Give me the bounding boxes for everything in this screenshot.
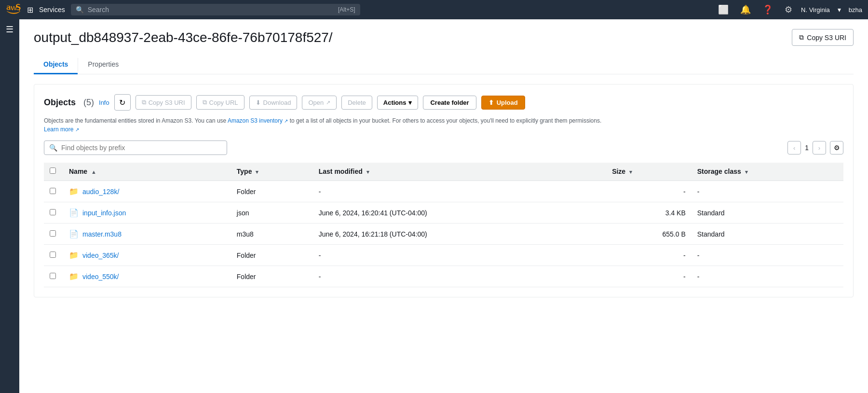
row-size-cell: - (606, 245, 692, 266)
row-checkbox[interactable] (50, 252, 56, 258)
row-type-cell: Folder (231, 266, 313, 287)
help-icon[interactable]: ❓ (762, 4, 773, 15)
actions-button[interactable]: Actions ▾ (377, 96, 419, 110)
refresh-button[interactable]: ↻ (114, 94, 131, 111)
sort-type-icon: ▾ (256, 169, 258, 175)
copy-icon: ⧉ (799, 33, 804, 42)
row-name-link[interactable]: audio_128k/ (82, 188, 119, 196)
copy-s3-icon: ⧉ (142, 98, 146, 106)
create-folder-button[interactable]: Create folder (423, 96, 476, 110)
row-name-cell: 📄master.m3u8 (63, 224, 231, 245)
row-last-modified-cell: - (313, 245, 606, 266)
objects-panel: Objects (5) Info ↻ ⧉ Copy S3 URI ⧉ Copy … (34, 84, 854, 297)
terminal-icon[interactable]: ⬜ (718, 4, 729, 15)
settings-icon[interactable]: ⚙ (785, 4, 792, 15)
sort-modified-icon: ▾ (366, 169, 369, 175)
row-type-cell: m3u8 (231, 224, 313, 245)
table-row: 📁audio_128k/Folder--- (44, 181, 843, 202)
pagination: ‹ 1 › ⚙ (787, 141, 843, 154)
search-row: 🔍 ‹ 1 › ⚙ (44, 140, 843, 155)
copy-s3-uri-button[interactable]: ⧉ Copy S3 URI (136, 95, 191, 110)
sidebar-toggle[interactable]: ☰ (6, 24, 14, 35)
search-container: 🔍 (44, 140, 227, 155)
row-checkbox[interactable] (50, 230, 56, 237)
col-header-size[interactable]: Size ▾ (606, 163, 692, 181)
refresh-icon: ↻ (119, 98, 125, 107)
download-button[interactable]: ⬇ Download (249, 96, 298, 110)
row-checkbox-cell (44, 202, 63, 224)
row-last-modified-cell: June 6, 2024, 16:20:41 (UTC-04:00) (313, 202, 606, 224)
global-search-bar: 🔍 [Alt+S] (71, 4, 360, 15)
sort-storage-icon: ▾ (745, 169, 748, 175)
download-icon: ⬇ (256, 99, 261, 106)
sort-size-icon: ▾ (629, 169, 632, 175)
search-icon: 🔍 (76, 6, 84, 14)
open-button[interactable]: Open ↗ (302, 96, 337, 110)
objects-table: Name ▲ Type ▾ Last modified ▾ Size (44, 163, 843, 287)
select-all-checkbox[interactable] (50, 168, 56, 174)
col-header-last-modified[interactable]: Last modified ▾ (313, 163, 606, 181)
open-external-icon: ↗ (326, 99, 330, 106)
row-name-cell: 📄input_info.json (63, 202, 231, 224)
region-selector[interactable]: N. Virginia (801, 6, 830, 14)
objects-count: (5) (83, 98, 94, 108)
sort-name-icon: ▲ (91, 169, 96, 175)
row-name-link[interactable]: video_365k/ (82, 252, 119, 259)
external-link-icon: ↗ (284, 118, 288, 124)
col-header-name[interactable]: Name ▲ (63, 163, 231, 181)
col-header-type[interactable]: Type ▾ (231, 163, 313, 181)
row-storage-class-cell: - (692, 266, 843, 287)
search-icon: 🔍 (49, 144, 57, 152)
table-body: 📁audio_128k/Folder---📄input_info.jsonjso… (44, 181, 843, 287)
row-checkbox[interactable] (50, 209, 56, 215)
aws-logo[interactable] (6, 2, 21, 17)
info-text: Objects are the fundamental entities sto… (44, 116, 843, 134)
row-name-link[interactable]: master.m3u8 (82, 230, 122, 238)
search-input[interactable] (61, 144, 222, 152)
grid-icon[interactable]: ⊞ (27, 5, 33, 14)
table-settings-button[interactable]: ⚙ (830, 141, 843, 154)
table-row: 📁video_550k/Folder--- (44, 266, 843, 287)
row-name-cell: 📁video_365k/ (63, 245, 231, 266)
row-storage-class-cell: - (692, 245, 843, 266)
row-checkbox-cell (44, 181, 63, 202)
delete-button[interactable]: Delete (341, 96, 372, 110)
search-input[interactable] (88, 6, 334, 14)
row-name-link[interactable]: video_550k/ (82, 273, 119, 281)
row-size-cell: - (606, 181, 692, 202)
tab-properties[interactable]: Properties (78, 56, 128, 74)
next-page-button[interactable]: › (813, 141, 826, 154)
row-type-cell: json (231, 202, 313, 224)
row-storage-class-cell: Standard (692, 202, 843, 224)
actions-dropdown-icon: ▾ (408, 99, 412, 106)
tab-objects[interactable]: Objects (34, 56, 78, 74)
info-link[interactable]: Info (99, 99, 109, 106)
upload-button[interactable]: ⬆ Upload (481, 96, 525, 110)
page-title: output_db848937-2eab-43ce-86fe-76b70178f… (34, 30, 333, 45)
sidebar: ☰ (0, 19, 19, 393)
top-nav: ⊞ Services 🔍 [Alt+S] ⬜ 🔔 ❓ ⚙ N. Virginia… (0, 0, 868, 19)
row-type-cell: Folder (231, 181, 313, 202)
s3-inventory-link[interactable]: Amazon S3 inventory ↗ (228, 117, 290, 124)
page-number: 1 (805, 144, 809, 152)
region-dropdown-icon: ▾ (838, 6, 841, 14)
table-row: 📄input_info.jsonjsonJune 6, 2024, 16:20:… (44, 202, 843, 224)
row-name-link[interactable]: input_info.json (82, 209, 126, 217)
username[interactable]: bzha (849, 6, 862, 14)
table-row: 📁video_365k/Folder--- (44, 245, 843, 266)
learn-more-link[interactable]: Learn more ↗ (44, 126, 79, 133)
services-nav[interactable]: Services (39, 6, 65, 14)
row-checkbox[interactable] (50, 273, 56, 279)
row-size-cell: 655.0 B (606, 224, 692, 245)
row-checkbox[interactable] (50, 188, 56, 194)
row-storage-class-cell: Standard (692, 224, 843, 245)
col-header-storage-class[interactable]: Storage class ▾ (692, 163, 843, 181)
page-header: output_db848937-2eab-43ce-86fe-76b70178f… (34, 29, 854, 46)
prev-page-button[interactable]: ‹ (787, 141, 801, 154)
header-copy-s3-uri-button[interactable]: ⧉ Copy S3 URI (792, 29, 854, 46)
select-all-header (44, 163, 63, 181)
copy-url-button[interactable]: ⧉ Copy URL (196, 95, 244, 110)
bell-icon[interactable]: 🔔 (740, 4, 751, 15)
table-header: Name ▲ Type ▾ Last modified ▾ Size (44, 163, 843, 181)
table-row: 📄master.m3u8m3u8June 6, 2024, 16:21:18 (… (44, 224, 843, 245)
